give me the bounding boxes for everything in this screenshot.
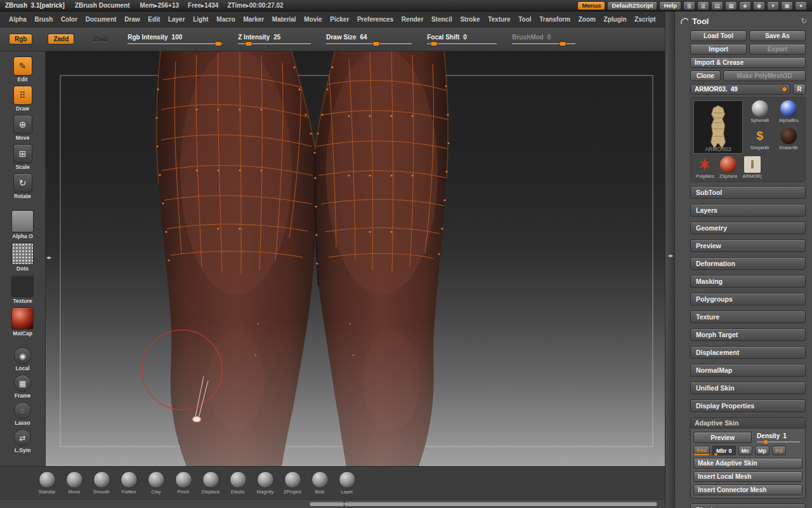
- brush-move[interactable]: Move: [63, 471, 86, 495]
- import-crease-button[interactable]: Import & Crease: [690, 57, 806, 68]
- menu-transform[interactable]: Transform: [539, 16, 570, 23]
- insert-local-mesh-button[interactable]: Insert Local Mesh: [693, 471, 802, 482]
- quit-button[interactable]: ●: [795, 1, 807, 10]
- divider-handle[interactable]: ◂▸: [665, 253, 676, 258]
- menu-draw[interactable]: Draw: [124, 16, 140, 23]
- help-button[interactable]: Help: [659, 1, 681, 10]
- brush-pinch[interactable]: Pinch: [172, 471, 195, 495]
- alpha-selector[interactable]: Alpha O: [11, 210, 34, 239]
- draw-size-slider[interactable]: Draw Size64: [326, 34, 412, 44]
- menu-zoom[interactable]: Zoom: [579, 16, 596, 23]
- menu-marker[interactable]: Marker: [243, 16, 264, 23]
- horizontal-scrollbar[interactable]: ▲▼: [0, 499, 665, 508]
- scrollbar-thumb[interactable]: [310, 502, 657, 506]
- panel-config-icon-b[interactable]: ≣: [697, 1, 709, 10]
- menu-document[interactable]: Document: [86, 16, 117, 23]
- slider-track[interactable]: [326, 43, 412, 44]
- brush-blob[interactable]: Blob: [308, 471, 331, 495]
- lock-button[interactable]: ◈: [739, 1, 751, 10]
- local-symmetry-button[interactable]: ⇄ L.Sym: [14, 429, 31, 453]
- active-tool-slider[interactable]: ARMOR03. 49: [690, 84, 790, 95]
- section-unified-skin[interactable]: Unified Skin: [690, 382, 806, 394]
- make-adaptive-skin-button[interactable]: Make Adaptive Skin: [693, 458, 802, 469]
- window-button[interactable]: ▣: [781, 1, 793, 10]
- quickpick-polymesh[interactable]: PolyMes: [696, 156, 714, 179]
- menu-render[interactable]: Render: [402, 16, 423, 23]
- brush-displace[interactable]: Displace: [199, 471, 222, 495]
- slider-track[interactable]: [427, 43, 497, 44]
- brush-smooth[interactable]: Smooth: [90, 471, 113, 495]
- menu-tool[interactable]: Tool: [518, 16, 531, 23]
- brush-clay[interactable]: Clay: [145, 471, 167, 495]
- section-rigging[interactable]: Rigging: [690, 504, 806, 508]
- slider-track[interactable]: [128, 43, 223, 44]
- mp-toggle[interactable]: Mp: [755, 446, 769, 455]
- menu-alpha[interactable]: Alpha: [9, 16, 27, 23]
- brush-zproject[interactable]: ZProject: [281, 471, 304, 495]
- section-displacement[interactable]: Displacement: [690, 346, 806, 359]
- menu-texture[interactable]: Texture: [488, 16, 510, 23]
- zsub-toggle[interactable]: Zsub: [89, 35, 112, 43]
- menu-preferences[interactable]: Preferences: [357, 16, 393, 23]
- section-masking[interactable]: Masking: [690, 275, 806, 288]
- section-adaptive-skin[interactable]: Adaptive Skin: [691, 418, 805, 429]
- rotate-mode-button[interactable]: ↻ Rotate: [13, 173, 32, 199]
- menu-zplugin[interactable]: Zplugin: [604, 16, 627, 23]
- menu-layer[interactable]: Layer: [168, 16, 185, 23]
- import-button[interactable]: Import: [690, 44, 747, 55]
- default-zscript-button[interactable]: DefaultZScript: [607, 1, 657, 10]
- slider-marker[interactable]: [373, 42, 379, 46]
- seethrough-button[interactable]: ◉: [753, 1, 765, 10]
- layout-left-button[interactable]: ▤: [711, 1, 723, 10]
- menu-zscript[interactable]: Zscript: [634, 16, 655, 23]
- quickpick-sphereb[interactable]: SphereB: [746, 100, 774, 126]
- quickpick-alphabrush[interactable]: AlphaBru: [775, 100, 803, 126]
- menu-stencil[interactable]: Stencil: [431, 16, 452, 23]
- section-deformation[interactable]: Deformation: [690, 257, 806, 270]
- slider-marker[interactable]: [431, 42, 437, 46]
- menu-picker[interactable]: Picker: [330, 16, 349, 23]
- quickpick-simplebrush[interactable]: $ SimpleBr: [746, 128, 774, 154]
- section-texture[interactable]: Texture: [690, 311, 806, 323]
- z-intensity-slider[interactable]: Z Intensity25: [238, 34, 311, 44]
- section-display-properties[interactable]: Display Properties: [690, 399, 806, 412]
- restore-config-icon[interactable]: ↻: [801, 17, 807, 25]
- active-tool-thumbnail[interactable]: ARMOR03: [693, 100, 743, 154]
- mbr-slider[interactable]: Mbr 0: [712, 446, 736, 455]
- insert-connector-mesh-button[interactable]: Insert Connector Mesh: [693, 485, 802, 495]
- mc-toggle[interactable]: Mc: [738, 446, 753, 455]
- menu-light[interactable]: Light: [193, 16, 208, 23]
- quickpick-eraserbrush[interactable]: EraserBr: [775, 128, 803, 154]
- slider-marker[interactable]: [246, 42, 252, 46]
- texture-selector[interactable]: Texture: [11, 275, 34, 304]
- clone-button[interactable]: Clone: [690, 70, 721, 81]
- brush-magnify[interactable]: Magnify: [254, 471, 277, 495]
- section-polygroups[interactable]: Polygroups: [690, 293, 806, 305]
- scrollbar-arrows[interactable]: ▲▼: [343, 500, 346, 507]
- section-morph-target[interactable]: Morph Target: [690, 328, 806, 341]
- scale-mode-button[interactable]: ⊞ Scale: [13, 144, 32, 170]
- menu-brush[interactable]: Brush: [34, 16, 53, 23]
- save-as-button[interactable]: Save As: [749, 30, 806, 41]
- menu-material[interactable]: Material: [272, 16, 296, 23]
- section-layers[interactable]: Layers: [690, 204, 806, 217]
- section-preview[interactable]: Preview: [690, 239, 806, 252]
- local-pivot-button[interactable]: ◉ Local: [14, 347, 31, 371]
- rgb-intensity-slider[interactable]: Rgb Intensity100: [128, 34, 223, 44]
- menu-color[interactable]: Color: [61, 16, 77, 23]
- adaptive-preview-button[interactable]: Preview: [693, 432, 752, 443]
- brush-flatten[interactable]: Flatten: [117, 471, 140, 495]
- menu-macro[interactable]: Macro: [216, 16, 235, 23]
- document-canvas[interactable]: ◂▸: [46, 51, 665, 466]
- menu-movie[interactable]: Movie: [304, 16, 322, 23]
- menu-edit[interactable]: Edit: [148, 16, 160, 23]
- quickpick-armor[interactable]: ARMOR(: [743, 156, 762, 179]
- slider-marker[interactable]: [215, 42, 221, 46]
- sculpt-viewport[interactable]: [46, 51, 665, 466]
- brush-elastic[interactable]: Elastic: [226, 471, 249, 495]
- panel-divider[interactable]: ◂▸: [665, 11, 675, 508]
- stroke-selector[interactable]: Dots: [11, 243, 34, 272]
- density-track[interactable]: [757, 441, 800, 443]
- focal-shift-slider[interactable]: Focal Shift0: [427, 34, 497, 44]
- quickpick-zsphere[interactable]: ZSphere: [719, 156, 738, 179]
